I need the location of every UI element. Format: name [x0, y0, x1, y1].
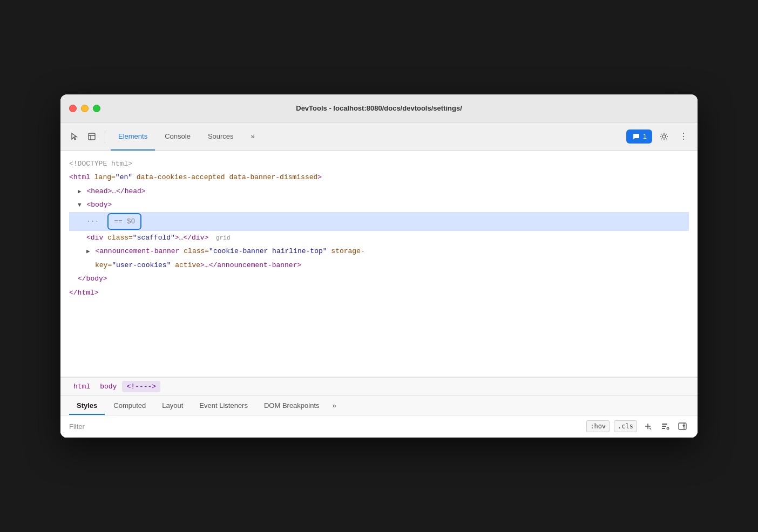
svg-rect-0 [89, 133, 95, 140]
tab-sources[interactable]: Sources [200, 127, 241, 146]
close-button[interactable] [69, 105, 77, 112]
comment-line[interactable]: ··· == $0 [69, 212, 689, 231]
announcement-line1[interactable]: ▶ <announcement-banner class="cookie-ban… [69, 244, 689, 258]
tab-computed[interactable]: Computed [106, 396, 153, 415]
dots-button[interactable]: ··· [86, 217, 99, 226]
bottom-panel: Styles Computed Layout Event Listeners D… [60, 396, 698, 438]
elements-panel: <!DOCTYPE html> <html lang="en" data-coo… [60, 151, 698, 377]
toolbar-right: 1 ⋮ [626, 129, 691, 144]
tab-elements[interactable]: Elements [111, 127, 155, 146]
cls-button[interactable]: .cls [614, 420, 637, 432]
hov-button[interactable]: :hov [586, 420, 610, 432]
breadcrumb: html body <!----> [60, 377, 698, 396]
html-close-line[interactable]: </html> [69, 286, 689, 299]
toolbar-divider [105, 130, 105, 143]
tab-event-listeners[interactable]: Event Listeners [192, 396, 255, 415]
tab-layout[interactable]: Layout [154, 396, 191, 415]
toggle-sidebar-icon[interactable] [676, 420, 689, 433]
tab-more[interactable]: » [243, 127, 262, 146]
maximize-button[interactable] [93, 105, 100, 112]
breadcrumb-comment[interactable]: <!----> [122, 381, 160, 392]
cursor-icon[interactable] [67, 129, 82, 144]
toolbar: Elements Console Sources » 1 [60, 122, 698, 151]
breadcrumb-html[interactable]: html [69, 381, 94, 392]
filter-actions: :hov .cls [586, 420, 689, 433]
tab-dom-breakpoints[interactable]: DOM Breakpoints [256, 396, 327, 415]
body-open-line[interactable]: ▼ <body> [69, 198, 689, 212]
devtools-window: DevTools - localhost:8080/docs/devtools/… [60, 94, 698, 438]
announcement-line2[interactable]: key="user-cookies" active>…</announcemen… [69, 258, 689, 272]
tab-console[interactable]: Console [157, 127, 198, 146]
div-scaffold-line[interactable]: <div class="scaffold">…</div> grid [69, 231, 689, 244]
body-close-line[interactable]: </body> [69, 272, 689, 285]
new-style-rule-icon[interactable] [659, 420, 672, 433]
settings-icon[interactable] [657, 129, 672, 144]
titlebar: DevTools - localhost:8080/docs/devtools/… [60, 94, 698, 122]
html-open-line[interactable]: <html lang="en" data-cookies-accepted da… [69, 170, 689, 184]
breadcrumb-body[interactable]: body [96, 381, 121, 392]
inspect-icon[interactable] [84, 129, 99, 144]
window-title: DevTools - localhost:8080/docs/devtools/… [296, 104, 462, 112]
messages-badge[interactable]: 1 [626, 129, 652, 144]
comment-highlight: == $0 [107, 213, 141, 230]
svg-rect-12 [679, 423, 686, 429]
svg-point-3 [662, 135, 666, 138]
more-tabs-icon[interactable]: » [328, 396, 341, 415]
bottom-tabs: Styles Computed Layout Event Listeners D… [60, 396, 698, 415]
minimize-button[interactable] [81, 105, 89, 112]
more-options-icon[interactable]: ⋮ [676, 129, 691, 144]
chat-icon [632, 132, 640, 141]
tab-styles[interactable]: Styles [69, 396, 105, 415]
filter-bar: Filter :hov .cls [60, 415, 698, 438]
add-style-icon[interactable] [641, 420, 654, 433]
svg-rect-7 [662, 426, 666, 427]
traffic-lights [69, 105, 100, 112]
svg-rect-6 [662, 424, 667, 425]
head-line[interactable]: ▶ <head>…</head> [69, 185, 689, 198]
doctype-line: <!DOCTYPE html> [69, 157, 689, 170]
svg-rect-8 [662, 428, 665, 429]
filter-label: Filter [69, 422, 85, 431]
